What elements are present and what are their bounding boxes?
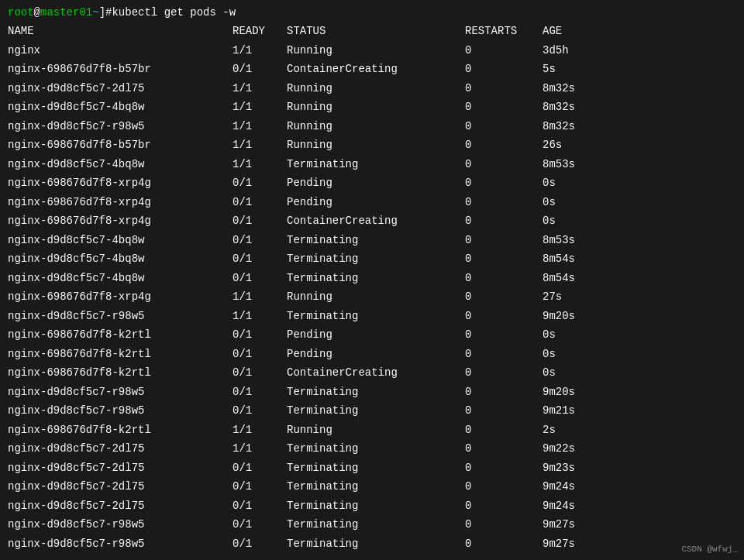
- pod-age: 9m23s: [542, 459, 604, 478]
- pod-status: Terminating: [287, 534, 465, 554]
- header-ready: READY: [232, 22, 287, 41]
- pod-age: 8m54s: [542, 269, 604, 288]
- pod-restarts: 0: [465, 383, 542, 402]
- pod-status: Running: [287, 287, 465, 307]
- pod-ready: 0/1: [232, 231, 287, 250]
- pod-name: nginx-698676d7f8-k2rtl: [8, 325, 232, 345]
- pod-name: nginx-698676d7f8-k2rtl: [8, 363, 232, 383]
- table-header: NAME READY STATUS RESTARTS AGE: [8, 22, 736, 41]
- pod-ready: 0/1: [232, 477, 287, 496]
- header-restarts: RESTARTS: [465, 22, 542, 41]
- pod-status: Pending: [287, 193, 465, 212]
- pod-name: nginx-698676d7f8-xrp4g: [8, 173, 232, 193]
- pod-ready: 0/1: [232, 363, 287, 383]
- prompt-at: @: [34, 6, 40, 19]
- pod-restarts: 0: [465, 459, 542, 478]
- pod-status: Terminating: [287, 459, 465, 478]
- pod-status: Terminating: [287, 515, 465, 534]
- pod-name: nginx-d9d8cf5c7-r98w5: [8, 515, 232, 534]
- pod-name: nginx-d9d8cf5c7-r98w5: [8, 534, 232, 554]
- pod-restarts: 0: [465, 173, 542, 193]
- pod-status: Terminating: [287, 401, 465, 421]
- pod-age: 0s: [542, 193, 604, 212]
- table-row: nginx-698676d7f8-b57br1/1Running026s: [8, 136, 736, 155]
- pod-status: Running: [287, 41, 465, 60]
- watermark: CSDN @wfwj_: [681, 545, 738, 554]
- terminal: root@master01 ~]# kubectl get pods -w NA…: [8, 6, 736, 560]
- pod-restarts: 0: [465, 325, 542, 345]
- pod-restarts: 0: [465, 287, 542, 307]
- pod-restarts: 0: [465, 79, 542, 98]
- pod-restarts: 0: [465, 363, 542, 383]
- pod-age: 9m24s: [542, 496, 604, 516]
- pod-age: 0s: [542, 345, 604, 364]
- pod-age: 8m32s: [542, 117, 604, 136]
- pod-restarts: 0: [465, 249, 542, 269]
- pod-age: 8m53s: [542, 231, 604, 250]
- prompt-host: master01: [40, 6, 92, 19]
- pod-restarts: 0: [465, 307, 542, 326]
- pod-ready: 1/1: [232, 136, 287, 155]
- pod-status: Terminating: [287, 155, 465, 174]
- table-row: nginx1/1Running03d5h: [8, 41, 736, 60]
- table-row: nginx-d9d8cf5c7-2dl750/1Terminating09m23…: [8, 459, 736, 478]
- table-row: nginx-698676d7f8-xrp4g0/1ContainerCreati…: [8, 211, 736, 231]
- pod-restarts: 0: [465, 231, 542, 250]
- pod-name: nginx-698676d7f8-xrp4g: [8, 193, 232, 212]
- pod-age: 27s: [542, 287, 604, 307]
- pod-status: Terminating: [287, 496, 465, 516]
- pod-name: nginx-698676d7f8-k2rtl: [8, 345, 232, 364]
- pod-ready: 0/1: [232, 345, 287, 364]
- pod-name: nginx-d9d8cf5c7-2dl75: [8, 439, 232, 459]
- pod-ready: 0/1: [232, 534, 287, 554]
- table-row: nginx-d9d8cf5c7-4bq8w0/1Terminating08m54…: [8, 249, 736, 269]
- header-age: AGE: [542, 22, 604, 41]
- pod-status: Terminating: [287, 231, 465, 250]
- pod-name: nginx-d9d8cf5c7-2dl75: [8, 459, 232, 478]
- pod-status: Running: [287, 98, 465, 117]
- pod-ready: 0/1: [232, 496, 287, 516]
- pod-name: nginx-d9d8cf5c7-4bq8w: [8, 269, 232, 288]
- pod-name: nginx-698676d7f8-k2rtl: [8, 421, 232, 440]
- pod-ready: 0/1: [232, 249, 287, 269]
- prompt-tilde: ~: [92, 6, 98, 19]
- pod-ready: 0/1: [232, 383, 287, 402]
- table-row: nginx-698676d7f8-k2rtl1/1Running02s: [8, 421, 736, 440]
- pod-name: nginx-d9d8cf5c7-r98w5: [8, 117, 232, 136]
- pod-age: 9m27s: [542, 515, 604, 534]
- pod-restarts: 0: [465, 136, 542, 155]
- pod-name: nginx-698676d7f8-xrp4g: [8, 211, 232, 231]
- pod-status: Terminating: [287, 269, 465, 288]
- pod-status: Terminating: [287, 383, 465, 402]
- pod-age: 3d5h: [542, 41, 604, 60]
- table-row: nginx-698676d7f8-k2rtl0/1Pending00s: [8, 325, 736, 345]
- pod-name: nginx-d9d8cf5c7-2dl75: [8, 496, 232, 516]
- pod-status: Terminating: [287, 307, 465, 326]
- pod-name: nginx-d9d8cf5c7-r98w5: [8, 401, 232, 421]
- table-row: nginx-698676d7f8-k2rtl0/1ContainerCreati…: [8, 363, 736, 383]
- table-row: nginx-698676d7f8-k2rtl0/1Pending00s: [8, 345, 736, 364]
- pod-age: 2s: [542, 421, 604, 440]
- pod-status: Pending: [287, 345, 465, 364]
- pod-status: Running: [287, 421, 465, 440]
- table-row: nginx-d9d8cf5c7-2dl751/1Terminating09m22…: [8, 439, 736, 459]
- pod-status: Terminating: [287, 249, 465, 269]
- pod-age: 8m32s: [542, 98, 604, 117]
- pod-status: Running: [287, 79, 465, 98]
- pod-name: nginx-698676d7f8-b57br: [8, 60, 232, 79]
- pod-age: 0s: [542, 173, 604, 193]
- pod-ready: 1/1: [232, 79, 287, 98]
- pod-ready: 1/1: [232, 98, 287, 117]
- table-row: nginx-d9d8cf5c7-4bq8w1/1Running08m32s: [8, 98, 736, 117]
- pod-ready: 1/1: [232, 421, 287, 440]
- pod-name: nginx-d9d8cf5c7-4bq8w: [8, 249, 232, 269]
- table-row: nginx-d9d8cf5c7-r98w51/1Running08m32s: [8, 117, 736, 136]
- pod-restarts: 0: [465, 98, 542, 117]
- pod-restarts: 0: [465, 534, 542, 554]
- table-row: nginx-d9d8cf5c7-r98w50/1Terminating09m27…: [8, 515, 736, 534]
- pod-name: nginx-d9d8cf5c7-2dl75: [8, 79, 232, 98]
- pod-status: Terminating: [287, 477, 465, 496]
- pod-age: 9m20s: [542, 307, 604, 326]
- pod-restarts: 0: [465, 60, 542, 79]
- pod-ready: 0/1: [232, 60, 287, 79]
